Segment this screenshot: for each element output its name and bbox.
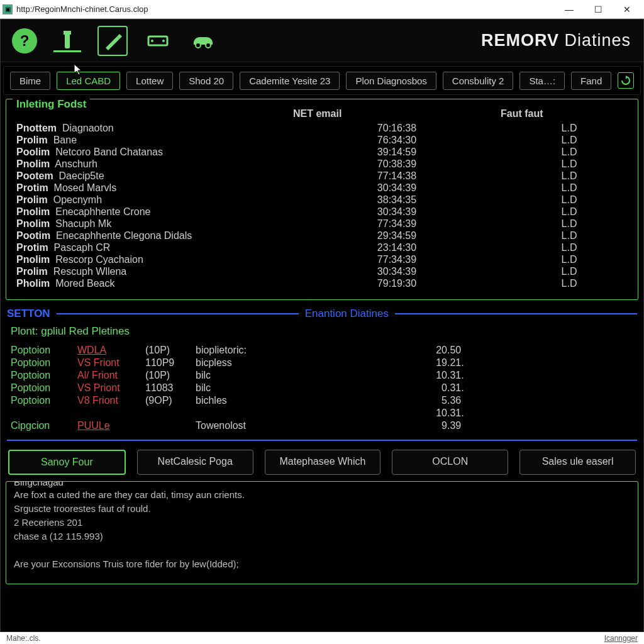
tab-1[interactable]: Led CABD <box>57 72 120 90</box>
detail-row: PoptoionVS Priont11083bilc0.31. <box>11 382 633 394</box>
list-item[interactable]: Pnolim Anschurh70:38:39L.D <box>16 158 638 170</box>
detail-row: PoptoionVS Friont110P9bicpless19.21. <box>11 357 633 369</box>
maximize-button[interactable]: ☐ <box>584 0 613 19</box>
brand-label: REMORV Diatines <box>481 31 631 50</box>
spray-icon <box>58 31 76 51</box>
log-line: Are foxt a cuted the are they car dati, … <box>14 488 630 502</box>
svg-point-6 <box>206 43 211 48</box>
svg-rect-0 <box>65 33 70 48</box>
fault-list[interactable]: Pnottem Diagnaoton70:16:38L.DProlim Bane… <box>6 122 638 291</box>
action-bar: Sanoy FourNetCalesic PogaMatephasee Whic… <box>1 446 643 479</box>
pen-icon <box>103 31 122 50</box>
device-icon <box>147 34 169 48</box>
car-tool-button[interactable] <box>188 26 218 56</box>
help-button[interactable]: ? <box>12 28 37 53</box>
detail-row: CipgcionPUULeTowenolost9.39 <box>11 419 633 432</box>
list-item[interactable]: Pnolim Rescorp Cyachaion77:34:39L.D <box>16 253 638 265</box>
log-line: chase a (12 115.993) <box>14 530 630 543</box>
favicon-icon: ▣ <box>3 4 13 14</box>
list-item[interactable]: Pnolim Shacuph Mk77:34:39L.D <box>16 218 638 230</box>
svg-point-5 <box>196 43 201 48</box>
tab-4[interactable]: Cademite Yesite 23 <box>240 72 340 90</box>
list-item[interactable]: Poolim Netcoro Band Chatanas39:14:59L.D <box>16 146 638 158</box>
tab-0[interactable]: Bime <box>10 72 50 90</box>
tab-8[interactable]: Fand <box>571 72 611 90</box>
section-title: Plont: gpliul Red Pletines <box>11 325 633 338</box>
spray-tool-button[interactable] <box>52 26 82 56</box>
log-line: 2 Receriens 201 <box>14 516 630 530</box>
status-bar: Mahe:.cls. Icanngger <box>0 632 644 644</box>
list-item[interactable]: Prolim Opecnymh38:34:35L.D <box>16 194 638 206</box>
log-panel[interactable]: Biffgchagad Are foxt a cuted the are the… <box>6 481 638 584</box>
list-item[interactable]: Pootim Enecaphhente Clegona Didals29:34:… <box>16 230 638 242</box>
svg-point-4 <box>162 40 165 42</box>
list-item[interactable]: Prolim Rescuph Wllena30:34:39L.D <box>16 265 638 277</box>
car-icon <box>191 33 215 48</box>
fault-list-panel: Inleting Fodst NET email Faut faut Pnott… <box>6 99 638 300</box>
panel-title: Inleting Fodst <box>13 98 90 111</box>
device-tool-button[interactable] <box>143 26 173 56</box>
tab-3[interactable]: Shod 20 <box>179 72 233 90</box>
close-button[interactable]: ✕ <box>613 0 641 19</box>
main-toolbar: ? REMORV Diatines <box>1 19 643 62</box>
detail-row: 10.31. <box>11 407 633 419</box>
list-item[interactable]: Pnottem Diagnaoton70:16:38L.D <box>16 122 638 134</box>
log-line <box>14 543 630 557</box>
detail-row: PoptoionV8 Friont(9OP)bichles5.36 <box>11 394 633 407</box>
status-right: Icanngger <box>604 634 638 643</box>
action-button-1[interactable]: NetCalesic Poga <box>137 450 253 475</box>
log-line: Srguscte troorestes faut of rould. <box>14 502 630 516</box>
list-item[interactable]: Prolim Bane76:34:30L.D <box>16 134 638 146</box>
list-item[interactable]: Protim Pascaph CR23:14:30L.D <box>16 242 638 253</box>
minimize-button[interactable]: — <box>555 0 584 19</box>
pen-tool-button[interactable] <box>97 26 128 56</box>
reload-icon <box>621 75 631 86</box>
tab-bar: BimeLed CABDLottewShod 20Cademite Yesite… <box>3 66 641 95</box>
section-divider: SETTON Enantion Diatines <box>7 305 637 323</box>
svg-point-3 <box>151 40 153 42</box>
detail-row: PoptoionAl/ Friont(10P)bilc10.31. <box>11 369 633 382</box>
list-item[interactable]: Pholim Mored Beack79:19:30L.D <box>16 277 638 289</box>
window-titlebar: ▣ http:/RegoinMnchi-chinet.Carus.clop — … <box>0 0 644 19</box>
action-button-3[interactable]: OCLON <box>392 450 508 475</box>
list-item[interactable]: Pootem Daecip5te77:14:38L.D <box>16 170 638 182</box>
log-line: Are your Exconsions Truis tore fider for… <box>14 557 630 571</box>
list-item[interactable]: Pnolim Enecaphhente Crone30:34:39L.D <box>16 206 638 218</box>
action-button-0[interactable]: Sanoy Four <box>8 450 126 475</box>
details-section: Plont: gpliul Red Pletines PoptoionWDLA(… <box>1 323 643 435</box>
list-item[interactable]: Protim Mosed Marvls30:34:39L.D <box>16 182 638 194</box>
tab-2[interactable]: Lottew <box>126 72 173 90</box>
address-url: http:/RegoinMnchi-chinet.Carus.clop <box>16 4 555 14</box>
status-left: Mahe:.cls. <box>6 634 41 643</box>
log-title: Biffgchagad <box>11 481 66 489</box>
tab-6[interactable]: Consbulity 2 <box>443 72 514 90</box>
tab-7[interactable]: Sta…: <box>519 72 565 90</box>
reload-button[interactable] <box>618 72 634 89</box>
action-button-4[interactable]: Sales ule easerl <box>519 450 636 475</box>
divider-line <box>7 440 637 441</box>
action-button-2[interactable]: Matephasee Which <box>265 450 381 475</box>
list-header: NET email Faut faut <box>6 103 638 122</box>
detail-row: PoptoionWDLA(10P)bioplietoric:20.50 <box>11 344 633 357</box>
svg-rect-1 <box>64 31 71 35</box>
tab-5[interactable]: Plon Diagnosbos <box>346 72 436 90</box>
app-frame: ? REMORV Diatines BimeLed CABDLottewShod… <box>0 19 644 632</box>
